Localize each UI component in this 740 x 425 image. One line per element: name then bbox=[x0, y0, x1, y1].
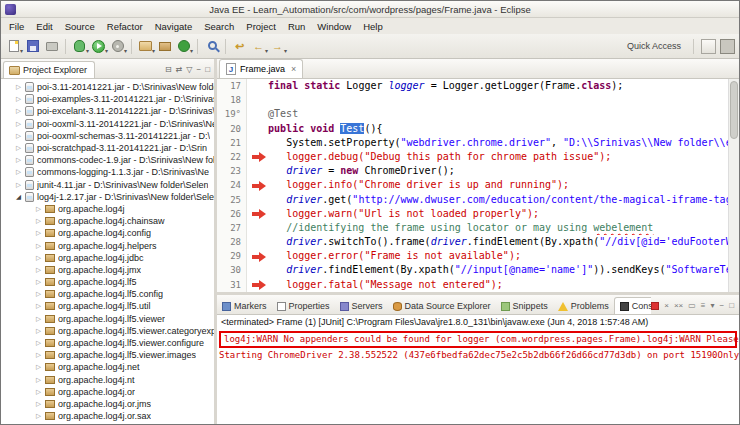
expand-icon[interactable]: ▷ bbox=[35, 339, 42, 347]
tree-item[interactable]: ▷org.apache.log4j bbox=[1, 203, 214, 215]
tab-snippets[interactable]: Snippets bbox=[496, 298, 553, 314]
tree-item[interactable]: ▷org.apache.log4j.helpers bbox=[1, 239, 214, 251]
code-line-19[interactable]: 19° @Test bbox=[217, 107, 728, 121]
expand-icon[interactable]: ▷ bbox=[35, 327, 42, 335]
code-line-18[interactable]: 18 bbox=[217, 93, 728, 107]
expand-icon[interactable]: ▷ bbox=[35, 363, 42, 371]
tree-item[interactable]: ▷org.apache.log4j.or.sax bbox=[1, 410, 214, 422]
expand-icon[interactable]: ▷ bbox=[35, 205, 42, 213]
tree-item[interactable]: ▷junit-4.11.jar - D:\Srinivas\New folder… bbox=[1, 179, 214, 191]
tab-problems[interactable]: Problems bbox=[553, 298, 614, 314]
tree-item[interactable]: ▷org.apache.log4j.lf5.viewer.configure bbox=[1, 337, 214, 349]
last-edit-location-icon[interactable]: ↩ bbox=[231, 37, 248, 55]
editor-tab-frame-java[interactable]: J Frame.java × bbox=[219, 59, 303, 78]
expand-icon[interactable]: ▷ bbox=[35, 229, 42, 237]
expand-icon[interactable]: ▷ bbox=[15, 144, 22, 152]
tree-item[interactable]: ▷poi-examples-3.11-20141221.jar - D:\Sri… bbox=[1, 93, 214, 105]
code-line-25[interactable]: 25 driver.get("http://www.dwuser.com/edu… bbox=[217, 193, 728, 207]
code-line-22[interactable]: 22 logger.debug("Debug this path for chr… bbox=[217, 150, 728, 164]
code-line-20[interactable]: 20 public void Test(){ bbox=[217, 122, 728, 136]
expand-icon[interactable]: ▷ bbox=[15, 107, 22, 115]
expand-icon[interactable]: ▷ bbox=[35, 278, 42, 286]
code-line-27[interactable]: 27 //identifying the frame using locator… bbox=[217, 221, 728, 235]
maximize-view-icon[interactable]: □ bbox=[729, 301, 734, 310]
menu-source[interactable]: Source bbox=[59, 20, 101, 33]
new-package-icon[interactable] bbox=[156, 37, 173, 55]
perspective-javaee-icon[interactable] bbox=[720, 39, 735, 54]
tree-item[interactable]: ▷org.apache.log4j.lf5.util bbox=[1, 300, 214, 312]
view-menu-icon[interactable]: ▽ bbox=[186, 65, 192, 74]
terminate-icon[interactable] bbox=[651, 302, 659, 310]
tree-item[interactable]: ▷commons-logging-1.1.3.jar - D:\Srinivas… bbox=[1, 166, 214, 178]
forward-icon[interactable]: → bbox=[269, 37, 286, 55]
minimize-view-icon[interactable]: − bbox=[196, 65, 201, 74]
tree-item[interactable]: ▷poi-excelant-3.11-20141221.jar - D:\Sri… bbox=[1, 105, 214, 117]
tree-item[interactable]: ▷org.apache.log4j.net bbox=[1, 361, 214, 373]
expand-icon[interactable]: ▷ bbox=[35, 242, 42, 250]
tree-item[interactable]: ▷org.apache.log4j.lf5.viewer.categoryexp… bbox=[1, 325, 214, 337]
clear-console-icon[interactable]: ▭ bbox=[688, 301, 696, 310]
expand-icon[interactable]: ▷ bbox=[35, 266, 42, 274]
expand-icon[interactable]: ▷ bbox=[35, 400, 42, 408]
quick-access-button[interactable]: Quick Access bbox=[622, 39, 686, 53]
tree-item[interactable]: ▷org.apache.log4j.chainsaw bbox=[1, 215, 214, 227]
expand-icon[interactable]: ▷ bbox=[15, 156, 22, 164]
code-line-23[interactable]: 23 driver = new ChromeDriver(); bbox=[217, 164, 728, 178]
close-tab-icon[interactable]: × bbox=[291, 64, 296, 74]
scroll-lock-icon[interactable]: ≡ bbox=[701, 301, 706, 310]
tree-item[interactable]: ▷poi-scratchpad-3.11-20141221.jar - D:\S… bbox=[1, 142, 214, 154]
menu-navigate[interactable]: Navigate bbox=[149, 20, 199, 33]
new-java-project-icon[interactable] bbox=[137, 37, 154, 55]
run-icon[interactable] bbox=[90, 37, 107, 55]
expand-icon[interactable]: ▷ bbox=[15, 120, 22, 128]
tree-item[interactable]: ◢log4j-1.2.17.jar - D:\Srinivas\New fold… bbox=[1, 191, 214, 203]
minimize-view-icon[interactable]: − bbox=[719, 301, 724, 310]
menu-refactor[interactable]: Refactor bbox=[101, 20, 149, 33]
code-line-29[interactable]: 29 logger.error("Frame is not available"… bbox=[217, 249, 728, 263]
remove-launch-icon[interactable]: × bbox=[664, 301, 669, 310]
tree-item[interactable]: ▷org.apache.log4j.jmx bbox=[1, 264, 214, 276]
code-line-17[interactable]: 17 final static Logger logger = Logger.g… bbox=[217, 79, 728, 93]
console-output[interactable]: log4j:WARN No appenders could be found f… bbox=[217, 330, 739, 424]
tree-item[interactable]: ▷org.apache.log4j.or bbox=[1, 386, 214, 398]
back-icon[interactable]: ← bbox=[250, 37, 267, 55]
new-wizard-icon[interactable] bbox=[5, 37, 22, 55]
tree-item[interactable]: ▷commons-codec-1.9.jar - D:\Srinivas\New… bbox=[1, 154, 214, 166]
collapse-all-icon[interactable]: ⊟ bbox=[165, 65, 172, 74]
expand-icon[interactable]: ▷ bbox=[15, 95, 22, 103]
menu-file[interactable]: File bbox=[3, 20, 30, 33]
tree-item[interactable]: ▷org.apache.log4j.jdbc bbox=[1, 252, 214, 264]
remove-all-launches-icon[interactable]: ×× bbox=[674, 301, 683, 310]
tree-item[interactable]: ▷org.apache.log4j.lf5.config bbox=[1, 288, 214, 300]
print-icon[interactable] bbox=[43, 37, 60, 55]
expand-icon[interactable]: ▷ bbox=[35, 217, 42, 225]
menu-edit[interactable]: Edit bbox=[30, 20, 58, 33]
open-console-dropdown-icon[interactable]: ▾ bbox=[710, 301, 714, 310]
tree-item[interactable]: ▷poi-3.11-20141221.jar - D:\Srinivas\New… bbox=[1, 81, 214, 93]
project-explorer-tab[interactable]: Project Explorer bbox=[3, 61, 95, 78]
expand-icon[interactable]: ▷ bbox=[35, 254, 42, 262]
tree-item[interactable]: ▷poi-ooxml-schemas-3.11-20141221.jar - D… bbox=[1, 130, 214, 142]
link-editor-icon[interactable]: ⇄ bbox=[176, 65, 183, 74]
tree-item[interactable]: ▷org.apache.log4j.lf5.viewer bbox=[1, 313, 214, 325]
code-line-21[interactable]: 21 System.setProperty("webdriver.chrome.… bbox=[217, 136, 728, 150]
tree-item[interactable]: ▷org.apache.log4j.lf5.viewer.images bbox=[1, 349, 214, 361]
tab-markers[interactable]: Markers bbox=[217, 298, 272, 314]
expand-icon[interactable]: ▷ bbox=[15, 181, 22, 189]
tree-item[interactable]: ▷org.apache.log4j.nt bbox=[1, 374, 214, 386]
menu-project[interactable]: Project bbox=[240, 20, 282, 33]
menu-search[interactable]: Search bbox=[198, 20, 240, 33]
tree-item[interactable]: ▷org.apache.log4j.or.jms bbox=[1, 398, 214, 410]
code-line-24[interactable]: 24 logger.info("Chrome driver is up and … bbox=[217, 178, 728, 192]
expand-icon[interactable]: ▷ bbox=[35, 302, 42, 310]
expand-icon[interactable]: ▷ bbox=[35, 351, 42, 359]
external-tools-icon[interactable] bbox=[109, 37, 126, 55]
tree-item[interactable]: ▷org.apache.log4j.config bbox=[1, 227, 214, 239]
editor-scrollbar[interactable] bbox=[728, 79, 739, 292]
maximize-view-icon[interactable]: □ bbox=[205, 65, 210, 74]
code-line-31[interactable]: 31 logger.fatal("Message not entered"); bbox=[217, 278, 728, 292]
expand-icon[interactable]: ▷ bbox=[35, 376, 42, 384]
expand-icon[interactable]: ▷ bbox=[35, 412, 42, 420]
search-icon[interactable] bbox=[203, 37, 220, 55]
expand-icon[interactable]: ▷ bbox=[35, 315, 42, 323]
